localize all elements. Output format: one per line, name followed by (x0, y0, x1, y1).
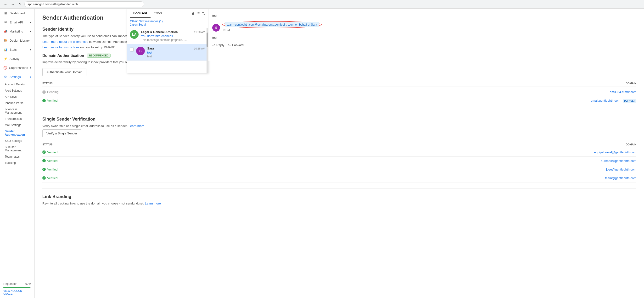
sidebar-label-design-library: Design Library (10, 39, 30, 42)
tab-other[interactable]: Other (150, 9, 166, 18)
sidebar-sub-ip-access[interactable]: IP Access Management (0, 106, 34, 116)
verified-dot-1: ✓ (42, 159, 46, 162)
avatar-1: S (136, 47, 145, 55)
sidebar-sub-ip-addresses[interactable]: IP Addresses (0, 116, 34, 122)
sidebar-sub-inbound-parse[interactable]: Inbound Parse (0, 100, 34, 106)
email-subject-1: test (147, 51, 205, 54)
sidebar-label-stats: Stats (10, 48, 17, 51)
view-account-link[interactable]: VIEW ACCOUNT USAGE (3, 290, 31, 295)
sender-email-0[interactable]: equipebrasel@gentlebirth.com (594, 150, 636, 154)
verified-domain[interactable]: email.gentlebirth.com (591, 99, 620, 102)
tab-focused[interactable]: Focused (130, 9, 150, 18)
from-highlight: team=gentlebirth.com@emailparents.gentle… (225, 22, 319, 27)
sender-status-header: STATUS (42, 143, 52, 146)
sender-email-1[interactable]: aurimas@gentlebirth.com (601, 159, 636, 163)
sidebar-label-email-api: Email API (10, 20, 23, 24)
chevron-down-icon: ▾ (30, 21, 31, 24)
email-subject-value: test (212, 14, 217, 17)
verify-single-sender-button[interactable]: Verify a Single Sender (42, 129, 81, 137)
email-list-item-1[interactable]: S Sara 10:55 AM test test (127, 44, 208, 61)
forward-button[interactable]: ↪ Forward (228, 43, 244, 47)
email-list-item-0[interactable]: LA Legal & General America 11:00 AM You … (127, 28, 208, 44)
forward-button[interactable]: → (10, 2, 15, 7)
avatar-0: LA (130, 30, 138, 39)
sidebar-item-settings[interactable]: ⚙ Settings ▾ (0, 72, 34, 81)
sidebar-sub-tracking[interactable]: Tracking (0, 160, 34, 166)
email-sender-1: Sara (147, 47, 154, 50)
sidebar-label-activity: Activity (10, 57, 20, 60)
sender-table-header: STATUS DOMAIN (42, 141, 636, 148)
email-tabs: Focused Other 🖥 ≡ ⇅ (127, 9, 208, 18)
sidebar-item-dashboard[interactable]: ⊞ Dashboard (0, 8, 34, 18)
pending-label: Pending (47, 90, 59, 94)
sidebar-item-stats[interactable]: 📊 Stats ▾ (0, 45, 34, 54)
authenticate-domain-button[interactable]: Authenticate Your Domain (42, 68, 86, 76)
status-cell-verified: ✓ Verified (42, 99, 58, 102)
sidebar-bottom: Reputation 97% VIEW ACCOUNT USAGE (0, 279, 34, 298)
email-scroll-area[interactable]: LA Legal & General America 11:00 AM You … (127, 28, 208, 73)
single-sender-title: Single Sender Verification (42, 117, 636, 122)
single-sender-section: Single Sender Verification Verify owners… (42, 117, 636, 183)
sender-domain-header: DOMAIN (626, 143, 636, 146)
url-bar[interactable] (24, 1, 144, 7)
back-button[interactable]: ← (3, 2, 8, 7)
sidebar-sub-subuser[interactable]: Subuser Management (0, 144, 34, 154)
chevron-down-icon: ▾ (30, 48, 31, 51)
sidebar-sub-account-details[interactable]: Account Details (0, 81, 34, 87)
link-branding-learn-more[interactable]: Learn more (145, 202, 161, 205)
email-preview-1: test (147, 55, 205, 58)
email-icon: ✉ (3, 20, 8, 24)
sidebar-item-marketing[interactable]: 📣 Marketing ▾ (0, 27, 34, 36)
reputation-bar-bg (3, 287, 31, 288)
reply-button[interactable]: ↩ Reply (212, 43, 224, 47)
sidebar-sub-sso[interactable]: SSO Settings (0, 138, 34, 144)
home-icon: ⊞ (3, 11, 8, 15)
verified-dot-3: ✓ (42, 176, 46, 180)
reload-button[interactable]: ↻ (17, 2, 22, 7)
sender-status-2: Verified (47, 168, 58, 171)
sender-row-1: ✓ Verified aurimas@gentlebirth.com (42, 157, 636, 165)
sidebar-sub-teammates[interactable]: Teammates (0, 154, 34, 160)
sender-email-3[interactable]: team@gentlebirth.com (605, 176, 636, 180)
marketing-icon: 📣 (3, 29, 8, 33)
email-scroll-bar[interactable] (206, 28, 208, 73)
suppress-icon: 🚫 (3, 65, 7, 70)
sidebar-item-email-api[interactable]: ✉ Email API ▾ (0, 18, 34, 27)
email-overlay: Focused Other 🖥 ≡ ⇅ Other: New messages … (127, 8, 208, 73)
verified-domain-cell: email.gentlebirth.com DEFAULT (591, 99, 636, 102)
email-checkbox-1[interactable] (130, 48, 134, 51)
sidebar-sub-mail-settings[interactable]: Mail Settings (0, 122, 34, 128)
sender-status-3: Verified (47, 176, 58, 180)
app-container: ⊞ Dashboard ✉ Email API ▾ 📣 Marketing ▾ … (0, 8, 644, 298)
learn-more-instructions-link[interactable]: Learn more for instructions (42, 45, 80, 49)
sidebar-sub-alert-settings[interactable]: Alert Settings (0, 87, 34, 94)
sender-row-2: ✓ Verified jose@gentlebirth.com (42, 165, 636, 174)
sidebar-item-suppressions[interactable]: 🚫 Suppressions ▾ (0, 63, 34, 72)
reply-label: Reply (216, 43, 224, 47)
sidebar-item-design-library[interactable]: 🎨 Design Library (0, 36, 34, 45)
sidebar-sub-sender-auth[interactable]: Sender Authentication (0, 128, 34, 138)
sort-icon[interactable]: ⇅ (202, 11, 205, 16)
email-time-0: 11:00 AM (194, 31, 205, 33)
monitor-icon: 🖥 (191, 11, 195, 15)
sidebar: ⊞ Dashboard ✉ Email API ▾ 📣 Marketing ▾ … (0, 8, 35, 298)
sender-row-0: ✓ Verified equipebrasel@gentlebirth.com (42, 148, 636, 157)
chevron-down-icon: ▾ (30, 30, 31, 33)
single-sender-desc: Verify ownership of a single email addre… (42, 124, 636, 128)
new-messages-sender[interactable]: Jason Segal (130, 23, 146, 26)
email-preview-0: This message contains graphics. I... (141, 38, 205, 42)
email-time-1: 10:55 AM (194, 47, 205, 50)
status-header: STATUS (42, 82, 52, 85)
sidebar-item-activity[interactable]: ⚡ Activity (0, 54, 34, 63)
sidebar-label-suppressions: Suppressions (9, 66, 28, 70)
filter-icon[interactable]: ≡ (198, 11, 200, 15)
email-subject-0: You don't take chances (141, 34, 205, 38)
sender-email-2[interactable]: jose@gentlebirth.com (606, 168, 636, 171)
learn-more-differences-link[interactable]: Learn more about the differences (42, 40, 88, 43)
sidebar-sub-api-keys[interactable]: API Keys (0, 94, 34, 100)
email-scroll-thumb (206, 32, 208, 47)
recommended-badge: RECOMMENDED (87, 53, 111, 58)
forward-icon: ↪ (228, 43, 231, 47)
single-sender-learn-more[interactable]: Learn more (128, 124, 144, 128)
pending-domain[interactable]: em3354.btmdt.com (610, 90, 636, 94)
